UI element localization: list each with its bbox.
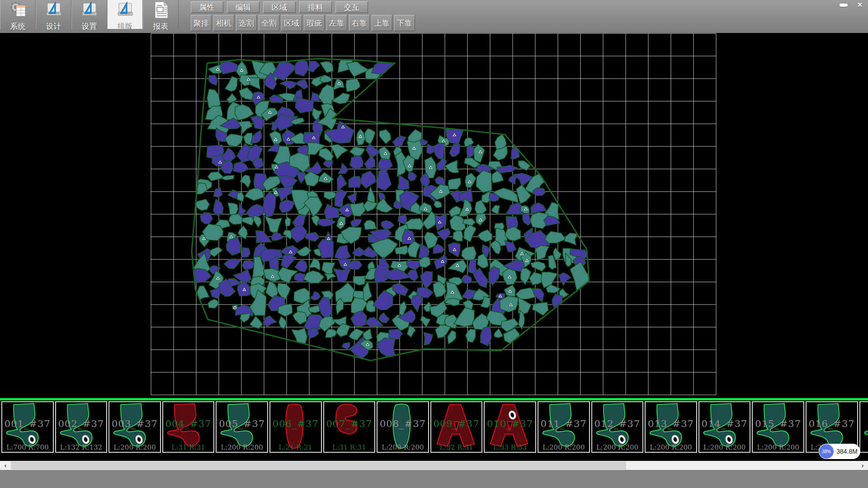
tool-button-3[interactable]: 选割 [236,15,257,31]
nesting-canvas[interactable] [0,33,868,398]
tool-button-9[interactable]: 上靠 [372,15,392,31]
parts-thumbnail-strip: 001_#37L:700 R:700002_#37L:132 R:132003_… [0,400,868,461]
tool-button-1[interactable]: 聚排 [191,15,212,31]
part-thumbnail-13[interactable]: 013_#37L:200 R:200 [645,401,697,453]
part-thumbnail-15[interactable]: 015_#37L:200 R:200 [752,401,804,453]
tool-button-5[interactable]: 区域 [281,15,302,31]
part-thumbnail-5[interactable]: 005_#37L:200 R:200 [216,401,268,453]
part-shape [861,403,868,450]
memory-percent-circle: 38% [819,444,834,459]
main-tab-5[interactable]: 报表 [143,0,179,29]
part-thumbnail-17[interactable]: L: [859,401,868,453]
main-tab-label: 设置 [82,21,97,32]
part-thumbnail-8[interactable]: 008_#37L:200 R:200 [377,401,429,453]
part-shape [753,403,802,450]
tool-button-bar: 聚排相机选割全割区域瑕疵左靠右靠上靠下靠 [191,15,415,31]
part-shape [432,403,481,450]
menu-tab-2[interactable]: 编辑 [227,1,259,13]
main-tab-2[interactable]: 设计 [36,0,71,29]
main-tab-bar: 系统设计设置排版报表 [0,0,179,29]
menu-tab-3[interactable]: 区域 [263,1,296,13]
tool-button-2[interactable]: 相机 [213,15,234,31]
part-thumbnail-3[interactable]: 003_#37L:200 R:200 [108,401,161,453]
scroll-right-arrow-icon[interactable]: › [857,461,868,470]
main-tab-label: 排版 [118,21,133,32]
menu-tab-1[interactable]: 属性 [191,1,223,13]
part-thumbnail-12[interactable]: 012_#37L:200 R:200 [591,401,644,453]
main-tab-label: 设计 [46,21,61,32]
main-tab-label: 系统 [10,21,26,32]
tool-button-7[interactable]: 左靠 [326,15,347,31]
design-ruler-icon [44,1,63,21]
settings-ruler-icon [80,1,99,21]
horizontal-scrollbar[interactable]: ‹ › [0,461,868,470]
part-thumbnail-2[interactable]: 002_#37L:132 R:132 [55,401,108,453]
part-thumbnail-11[interactable]: 011_#37L:200 R:200 [538,401,590,453]
part-thumbnail-10[interactable]: 010_#37L:33 R:33 [484,401,536,453]
part-thumbnail-7[interactable]: 007_#37L:31 R:31 [323,401,376,453]
part-shape [539,403,588,450]
system-gear-icon [9,1,28,21]
tool-button-6[interactable]: 瑕疵 [304,15,325,31]
part-thumbnail-6[interactable]: 006_#37L:21 R:21 [269,401,322,453]
close-button[interactable]: ✕ [853,0,867,9]
part-shape [217,403,266,450]
part-shape [325,403,373,450]
tool-button-4[interactable]: 全割 [259,15,279,31]
close-icon: ✕ [857,1,863,9]
main-tab-3[interactable]: 设置 [71,0,107,29]
part-shape [164,403,212,450]
part-shape [378,403,427,450]
status-bar [0,470,868,488]
main-tab-1[interactable]: 系统 [0,0,36,29]
scrollbar-thumb[interactable] [11,461,626,469]
report-doc-icon [151,1,170,21]
menu-tab-5[interactable]: 交互 [335,1,368,13]
tool-button-8[interactable]: 右靠 [349,15,370,31]
toolbar: 系统设计设置排版报表 属性编辑区域排料交互 聚排相机选割全割区域瑕疵左靠右靠上靠… [0,0,868,33]
main-tab-4[interactable]: 排版 [107,0,143,29]
part-shape [485,403,534,450]
layout-ruler-icon [116,1,135,21]
part-shape [593,403,642,450]
nesting-drawing [0,33,868,398]
part-thumbnail-14[interactable]: 014_#37L:200 R:200 [698,401,751,453]
menu-tab-bar: 属性编辑区域排料交互 [191,1,368,13]
tool-button-10[interactable]: 下靠 [394,15,415,31]
main-tab-label: 报表 [153,21,169,32]
part-shape [271,403,320,450]
part-shape [646,403,695,450]
part-shape [110,403,159,450]
part-thumbnail-4[interactable]: 004_#37L:31 R:31 [162,401,215,453]
part-shape [57,403,105,450]
part-thumbnail-9[interactable]: 009_#37L:32 R:31 [430,401,483,453]
part-shape [700,403,749,450]
minimize-icon [840,4,848,7]
minimize-button[interactable] [836,0,851,9]
memory-badge[interactable]: 38% 384.8M [819,444,860,459]
part-shape [3,403,52,450]
memory-usage-value: 384.8M [834,448,860,455]
scroll-left-arrow-icon[interactable]: ‹ [0,461,11,470]
nested-pieces [189,56,592,359]
menu-tab-4[interactable]: 排料 [299,1,332,13]
part-thumbnail-1[interactable]: 001_#37L:700 R:700 [1,401,54,453]
window-controls: ✕ [836,0,867,9]
